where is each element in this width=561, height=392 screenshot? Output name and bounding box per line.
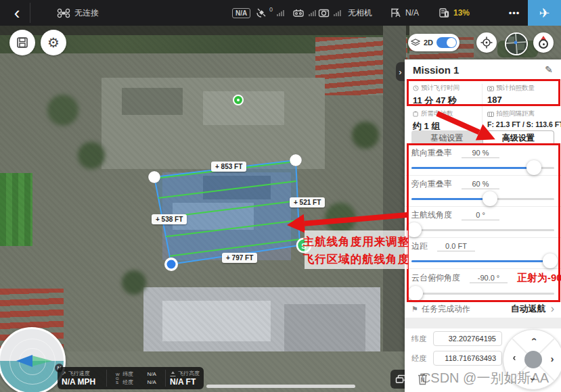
route-annotation-line1: 主航线角度用来调整: [303, 232, 410, 250]
camera-status-text: 无相机: [348, 7, 372, 19]
dpad-left-button[interactable]: ›: [510, 354, 519, 364]
telemetry-altitude: 飞行高度 N/A FT: [166, 367, 204, 389]
flag-icon: ⚑: [411, 305, 418, 314]
aircraft-status: 无连接: [57, 0, 99, 26]
map-texture-patch: [122, 88, 183, 115]
latitude-label: 纬度: [411, 334, 428, 344]
satellite-icon: [256, 7, 267, 18]
dpad-center-button[interactable]: [524, 351, 542, 368]
arrow-head: [286, 214, 305, 235]
compass-button[interactable]: [533, 32, 554, 53]
panel-header: Mission 1 ✎: [405, 59, 561, 80]
more-button[interactable]: •••: [502, 0, 526, 26]
stat-value: F: 21.3 FT / S: 113.6 FT: [487, 120, 561, 128]
stat-photo-interval: 拍照间隔距离 F: 21.3 FT / S: 113.6 FT: [487, 109, 561, 128]
finish-action-value: 自动返航: [511, 303, 546, 315]
arrow-shaft: [305, 212, 407, 226]
altitude-value: N/A FT: [170, 377, 200, 387]
home-indicator[interactable]: [206, 385, 355, 388]
gear-icon: ⚙: [47, 36, 60, 49]
panel-collapse-handle[interactable]: ›: [396, 62, 405, 81]
attitude-compass: N: [0, 327, 66, 392]
flight-mode-icon: [390, 7, 401, 18]
status-na-badge: N/A: [232, 0, 250, 26]
camera-status[interactable]: 无相机: [318, 0, 372, 26]
interval-icon: [487, 112, 494, 117]
collapse-chevron-icon: ›: [399, 67, 401, 77]
speed-label: 飞行速度: [68, 370, 90, 377]
app-screen: S + 853 FT + 521 FT + 538 FT + 797 FT ⚙ …: [0, 0, 561, 392]
latitude-input[interactable]: 32.202764195: [433, 331, 502, 346]
map-texture-patch: [0, 173, 32, 246]
map-tree: [122, 270, 146, 295]
mission-settings-button[interactable]: ⚙: [41, 30, 66, 55]
latitude-row: 纬度 32.202764195: [411, 331, 502, 346]
na-badge-text: N/A: [232, 8, 250, 18]
wgs-label: WGS: [116, 372, 121, 385]
edit-mission-button[interactable]: ✎: [545, 64, 553, 75]
altitude-label: 飞行高度: [178, 370, 200, 377]
telemetry-bar: ↗ 飞行速度 N/A MPH WGS 纬度N/A 经度N/A 飞行高度 N/A …: [58, 367, 204, 389]
camera-signal-bars: [334, 10, 341, 16]
map-mode-pill[interactable]: 2D: [408, 34, 459, 51]
longitude-row: 经度 118.716763493: [411, 351, 502, 366]
edge-length-bottom: + 797 FT: [222, 253, 257, 263]
route-annotation-line2: 飞行区域的航线角度: [303, 250, 410, 268]
telemetry-position: WGS 纬度N/A 经度N/A: [107, 367, 165, 389]
map-tree: [78, 142, 105, 169]
battery-icon: [439, 7, 449, 18]
stat-label: 拍照间隔距离: [496, 109, 535, 118]
map-mode-toggle[interactable]: [436, 37, 457, 48]
longitude-label: 经度: [411, 353, 428, 364]
mission-title: Mission 1: [413, 64, 459, 76]
flight-mode-value: N/A: [405, 8, 419, 18]
map-tree: [47, 95, 78, 126]
speed-value: N/A MPH: [62, 377, 102, 387]
dpad-up-button[interactable]: ›: [529, 335, 538, 344]
back-button[interactable]: ‹: [5, 0, 28, 26]
longitude-input[interactable]: 118.716763493: [433, 351, 502, 366]
aircraft-heading-icon: [16, 355, 32, 367]
finish-action-row[interactable]: ⚑ 任务完成动作 自动返航 ›: [405, 300, 561, 318]
remote-controller-icon: [292, 8, 305, 18]
chevron-right-icon: ›: [551, 303, 554, 315]
takeoff-button[interactable]: ✈: [528, 0, 561, 26]
map-mode-label: 2D: [424, 39, 433, 47]
dpad-right-button[interactable]: ›: [547, 354, 557, 364]
rc-signal-bars: [309, 10, 316, 16]
battery-pack-icon: [413, 111, 419, 117]
back-icon: ‹: [14, 0, 20, 26]
drone-icon: [57, 8, 70, 18]
map-texture-patch: [143, 287, 380, 367]
gps-status[interactable]: 0: [256, 0, 284, 26]
locate-button[interactable]: [476, 32, 497, 53]
flight-mode-status[interactable]: N/A: [390, 0, 419, 26]
map-texture-patch: [203, 176, 271, 199]
crosshair-icon: [480, 36, 493, 49]
altitude-icon: [170, 371, 176, 376]
highlight-box-advanced-settings: [407, 143, 560, 302]
map-texture-patch: [203, 91, 284, 125]
edge-length-left: + 538 FT: [152, 214, 187, 224]
aircraft-status-text: 无连接: [74, 7, 99, 19]
more-icon: •••: [509, 8, 520, 18]
rc-status[interactable]: [292, 0, 316, 26]
telemetry-speed: ↗ 飞行速度 N/A MPH: [58, 367, 106, 389]
highlight-box-stats: [407, 79, 560, 106]
battery-status[interactable]: 13%: [439, 0, 470, 26]
speed-arrow-icon: ↗: [62, 370, 66, 376]
route-angle-annotation: 主航线角度用来调整 飞行区域的航线角度: [305, 230, 408, 269]
minimap-button[interactable]: [505, 32, 528, 55]
map-texture-patch: [284, 304, 365, 351]
watermark-text: CSDN @一别如斯AA: [409, 369, 561, 387]
edge-length-right: + 521 FT: [290, 197, 325, 207]
battery-percent: 13%: [453, 8, 470, 18]
layers-icon: [411, 39, 420, 47]
camera-icon: [318, 8, 330, 18]
map-texture-patch: [102, 78, 325, 169]
save-mission-button[interactable]: [9, 30, 35, 55]
save-icon: [16, 36, 28, 49]
map-texture-patch: [315, 37, 407, 95]
tele-lng-value: N/A: [137, 378, 156, 387]
minimap-preview: [506, 34, 526, 54]
